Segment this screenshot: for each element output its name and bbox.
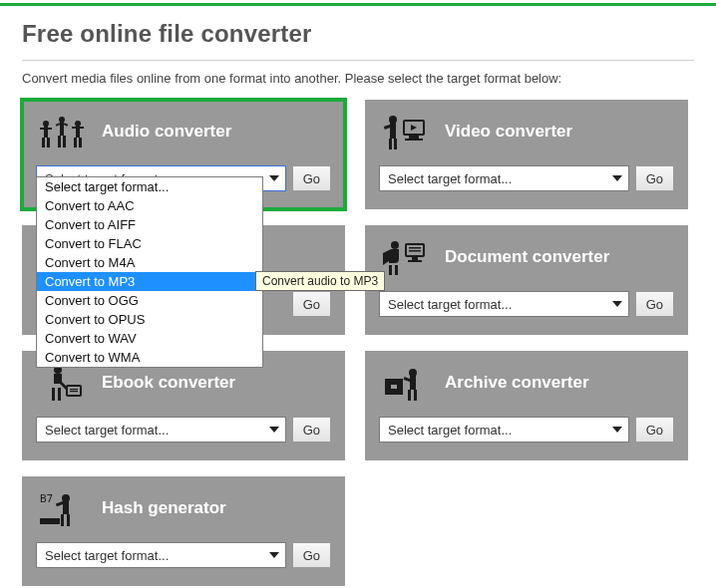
card-title: Audio converter: [102, 122, 231, 142]
audio-icon: [36, 112, 88, 151]
card-header: Video converter: [379, 112, 674, 151]
archive-icon: [379, 363, 431, 403]
svg-point-18: [389, 116, 397, 124]
svg-rect-39: [58, 388, 61, 401]
svg-rect-38: [52, 388, 55, 401]
svg-rect-11: [63, 136, 66, 147]
select-value: Select target format...: [388, 423, 512, 438]
svg-rect-29: [389, 265, 392, 275]
audio-dropdown-panel[interactable]: Select target format...Convert to AACCon…: [36, 176, 263, 368]
title-divider: [22, 60, 694, 61]
select-value: Select target format...: [388, 171, 512, 186]
ebook-go-button[interactable]: Go: [292, 417, 331, 442]
card-controls: Select target format... Go: [36, 417, 331, 442]
svg-rect-36: [408, 260, 422, 262]
svg-rect-50: [385, 379, 403, 383]
chevron-down-icon: [269, 427, 279, 433]
svg-rect-14: [72, 127, 76, 129]
svg-rect-43: [70, 391, 78, 392]
card-document: Document converter Select target format.…: [365, 225, 688, 335]
audio-option[interactable]: Convert to OPUS: [37, 310, 262, 329]
audio-option[interactable]: Convert to AAC: [37, 196, 262, 215]
document-go-button[interactable]: Go: [635, 291, 674, 317]
audio-option[interactable]: Convert to OGG: [37, 291, 262, 310]
svg-point-28: [391, 241, 399, 249]
video-format-select[interactable]: Select target format...: [379, 165, 629, 191]
svg-rect-51: [391, 385, 397, 389]
converter-grid: Audio converter Select target format... …: [22, 100, 694, 586]
page-body: Free online file converter Convert media…: [0, 6, 716, 588]
audio-option[interactable]: Convert to WMA: [37, 348, 262, 367]
ebook-format-select[interactable]: Select target format...: [36, 417, 286, 442]
card-title: Hash generator: [102, 498, 226, 518]
document-icon: [379, 237, 431, 277]
page-title: Free online file converter: [22, 20, 694, 48]
svg-rect-5: [47, 138, 50, 147]
svg-rect-26: [409, 136, 419, 139]
video-go-button[interactable]: Go: [635, 165, 674, 191]
card-controls: Select target format... Go: [379, 417, 674, 442]
card-controls: Select target format... Go: [379, 291, 674, 317]
svg-rect-9: [64, 123, 68, 127]
card-title: Archive converter: [445, 373, 589, 393]
chevron-down-icon: [612, 301, 622, 307]
svg-rect-13: [76, 126, 80, 138]
video-icon: [379, 112, 431, 151]
card-header: B7 Hash generator: [36, 488, 331, 528]
audio-option[interactable]: Convert to AIFF: [37, 215, 262, 234]
svg-rect-1: [44, 126, 48, 138]
card-header: Archive converter: [379, 363, 674, 403]
svg-point-44: [409, 369, 417, 377]
svg-rect-47: [408, 390, 411, 401]
select-value: Select target format...: [45, 423, 169, 438]
svg-rect-2: [40, 128, 44, 130]
ebook-icon: [36, 363, 88, 403]
chevron-down-icon: [269, 175, 279, 181]
select-value: Select target format...: [388, 297, 512, 312]
hash-format-select[interactable]: Select target format...: [36, 542, 286, 568]
svg-rect-42: [70, 389, 78, 390]
card-archive: Archive converter Select target format..…: [365, 351, 688, 460]
svg-rect-15: [80, 127, 84, 129]
svg-rect-58: [40, 518, 60, 524]
card-title: Video converter: [445, 122, 572, 142]
audio-option[interactable]: Convert to M4A: [37, 253, 262, 272]
archive-go-button[interactable]: Go: [635, 417, 674, 442]
card-hash: B7 Hash generator Select target format..…: [22, 476, 345, 586]
image-go-button[interactable]: Go: [292, 291, 331, 317]
svg-rect-46: [403, 377, 411, 382]
card-audio: Audio converter Select target format... …: [22, 100, 345, 209]
archive-format-select[interactable]: Select target format...: [379, 417, 629, 442]
audio-option[interactable]: Convert to FLAC: [37, 234, 262, 253]
card-header: Document converter: [379, 237, 674, 277]
svg-rect-19: [390, 123, 396, 139]
svg-rect-21: [389, 139, 392, 149]
audio-option[interactable]: Convert to WAV: [37, 329, 262, 348]
svg-rect-7: [60, 122, 64, 136]
chevron-down-icon: [612, 427, 622, 433]
audio-go-button[interactable]: Go: [292, 165, 331, 191]
svg-rect-27: [405, 139, 423, 141]
svg-rect-8: [56, 123, 60, 127]
audio-option[interactable]: Convert to MP3: [37, 272, 262, 291]
svg-rect-55: [61, 514, 64, 526]
chevron-down-icon: [612, 175, 622, 181]
card-header: Ebook converter: [36, 363, 331, 403]
card-video: Video converter Select target format... …: [365, 100, 688, 209]
hover-tooltip: Convert audio to MP3: [255, 271, 385, 291]
chevron-down-icon: [269, 552, 279, 558]
card-controls: Select target format... Go: [379, 165, 674, 191]
svg-rect-22: [394, 139, 397, 149]
svg-rect-35: [412, 257, 418, 260]
card-header: Audio converter: [36, 112, 331, 151]
card-controls: Select target format... Go: [36, 542, 331, 568]
hash-go-button[interactable]: Go: [292, 542, 331, 568]
svg-rect-56: [67, 514, 70, 526]
document-format-select[interactable]: Select target format...: [379, 291, 629, 317]
svg-rect-48: [414, 390, 417, 401]
svg-rect-4: [42, 138, 45, 147]
svg-rect-10: [58, 136, 61, 147]
svg-rect-3: [48, 128, 52, 130]
audio-option[interactable]: Select target format...: [37, 177, 262, 196]
card-title: Ebook converter: [102, 373, 235, 393]
